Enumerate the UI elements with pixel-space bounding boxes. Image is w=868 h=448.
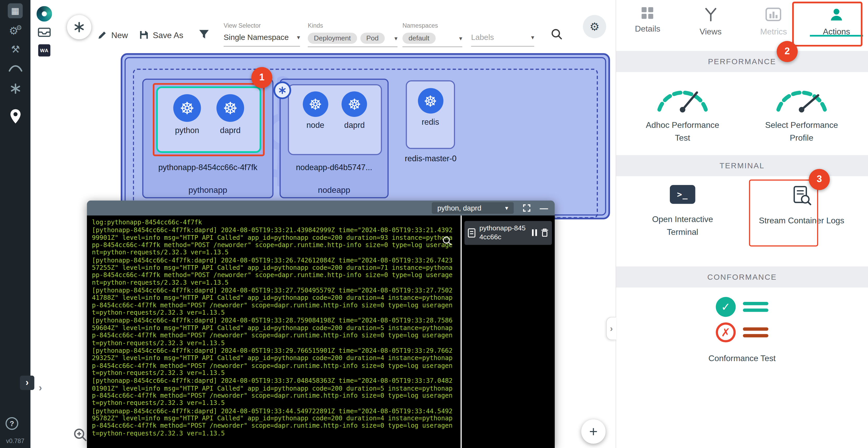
container-redis[interactable]: ☸ redis: [418, 88, 443, 148]
filter-button[interactable]: [198, 29, 210, 42]
save-as-label: Save As: [153, 30, 183, 40]
viewport: ▦ ⚙ ⚙ ⚒ › ? v0.787: [0, 0, 868, 448]
minimize-icon[interactable]: —: [540, 203, 548, 213]
kubernetes-icon: ☸: [174, 94, 201, 122]
asterisk-icon: [278, 86, 286, 94]
container-label: daprd: [220, 126, 241, 135]
rail-expand-button[interactable]: ›: [20, 376, 34, 390]
log-title: log:pythonapp-8454cc66c-4f7fk: [92, 219, 456, 226]
curve-icon: [8, 63, 23, 72]
panel-collapse-handle[interactable]: ›: [606, 317, 616, 340]
drawer-button[interactable]: [37, 27, 51, 40]
asterisk-icon: [10, 83, 21, 94]
deployment-nodeapp[interactable]: ☸ node ☸ daprd nodeapp-d64b5747... nodea…: [280, 79, 389, 198]
action-label: Stream Container Logs: [757, 214, 846, 227]
stream-container-logs-action[interactable]: Stream Container Logs: [749, 185, 854, 238]
pod-nodeapp[interactable]: ☸ node ☸ daprd: [288, 84, 382, 155]
container-selector-dropdown[interactable]: python, daprd ▾: [432, 202, 514, 214]
new-label: New: [111, 30, 128, 40]
annotation-badge-3: 3: [809, 169, 830, 190]
stream-logs-icon: [790, 185, 813, 206]
namespace-chip-default[interactable]: default: [402, 33, 435, 43]
tab-views[interactable]: Views: [679, 0, 742, 49]
add-button[interactable]: +: [581, 419, 606, 444]
settings-button[interactable]: ⚙: [583, 15, 606, 38]
log-line: [pythonapp-8454cc66c-4f7fk:daprd] 2024-0…: [92, 287, 456, 317]
log-line: [pythonapp-8454cc66c-4f7fk:daprd] 2024-0…: [92, 317, 456, 347]
select-performance-profile-action[interactable]: Select Performance Profile: [749, 82, 854, 144]
tab-metrics[interactable]: Metrics: [742, 0, 805, 49]
kind-chip-deployment[interactable]: Deployment: [308, 33, 357, 43]
dashboard-grid-icon[interactable]: ▦: [8, 3, 23, 18]
search-icon: [550, 28, 563, 41]
deployment-pythonapp[interactable]: ☸ python ☸ daprd pythonapp-8454cc66c-4f7…: [142, 79, 274, 198]
terminal-body: log:pythonapp-8454cc66c-4f7fk [pythonapp…: [87, 215, 555, 448]
gear-small-icon: ⚙: [16, 24, 22, 32]
left-nav-rail: ▦ ⚙ ⚙ ⚒ › ? v0.787: [0, 0, 31, 448]
container-daprd[interactable]: ☸ daprd: [342, 91, 367, 154]
container-daprd[interactable]: ☸ daprd: [216, 94, 244, 151]
meshery-logo[interactable]: [36, 6, 52, 21]
gear-icon: ⚙: [590, 20, 599, 33]
kinds-dropdown[interactable]: Deployment Pod ▾: [308, 33, 397, 47]
action-label: Adhoc Performance Test: [638, 118, 727, 144]
inbox-icon: [37, 27, 51, 37]
configuration-tools-icon[interactable]: ⚒: [9, 43, 22, 56]
pod-pythonapp[interactable]: ☸ python ☸ daprd: [156, 86, 261, 153]
pod-redis[interactable]: ☸ redis: [406, 80, 455, 149]
pod-name: redis-master-0: [386, 154, 475, 163]
details-grid-icon: [642, 7, 653, 19]
pause-icon[interactable]: [532, 229, 537, 236]
container-python[interactable]: ☸ python: [174, 94, 201, 151]
trash-icon[interactable]: [541, 228, 549, 237]
conformance-section-header: CONFORMANCE: [616, 266, 868, 288]
terminal-actions: >_ Open Interactive Terminal Stream Cont…: [616, 185, 868, 238]
log-session-row[interactable]: pythonapp-8454cc66c: [464, 221, 552, 244]
tab-label: Views: [700, 27, 721, 36]
tab-actions[interactable]: Actions: [805, 0, 868, 49]
chevron-down-icon: ▾: [395, 35, 398, 42]
performance-actions: Adhoc Performance Test Select Performanc…: [616, 82, 868, 144]
zoom-to-fit-button[interactable]: [72, 427, 88, 445]
log-line: [pythonapp-8454cc66c-4f7fk:daprd] 2024-0…: [92, 408, 456, 437]
open-interactive-terminal-action[interactable]: >_ Open Interactive Terminal: [630, 185, 735, 238]
container-node[interactable]: ☸ node: [303, 91, 328, 154]
canvas-menu-button[interactable]: [67, 15, 91, 39]
save-as-button[interactable]: Save As: [139, 30, 183, 40]
details-panel: Details Views Metrics: [616, 0, 868, 448]
kind-chip-pod[interactable]: Pod: [360, 33, 385, 43]
fullscreen-icon[interactable]: [523, 204, 531, 212]
pod-name: nodeapp-d64b5747...: [281, 163, 388, 172]
pass-lines-icon: [743, 302, 768, 312]
lifecycle-gears-icon[interactable]: ⚙ ⚙: [6, 23, 24, 37]
kubernetes-icon: ☸: [342, 91, 367, 117]
new-button[interactable]: New: [97, 30, 128, 40]
visualize-pin-icon[interactable]: [9, 109, 22, 124]
actions-person-icon: [829, 7, 844, 22]
log-search-icon[interactable]: [442, 235, 453, 249]
dapr-sidecar-icon[interactable]: [274, 81, 291, 99]
section-title: CONFORMANCE: [707, 273, 777, 281]
kanvas-swirl-icon[interactable]: [9, 82, 22, 95]
conformance-test-action[interactable]: ✓ ✗: [616, 297, 868, 342]
help-button[interactable]: ?: [5, 417, 18, 430]
kinds-label: Kinds: [308, 22, 397, 29]
session-name: pythonapp-8454cc66c: [479, 224, 528, 242]
adhoc-performance-test-action[interactable]: Adhoc Performance Test: [630, 82, 735, 144]
kubernetes-icon: ☸: [303, 91, 328, 117]
chevron-down-icon: ▾: [459, 35, 462, 42]
search-button[interactable]: [550, 28, 563, 43]
container-selector-value: python, daprd: [437, 204, 481, 212]
tab-details[interactable]: Details: [616, 0, 679, 49]
log-output[interactable]: log:pythonapp-8454cc66c-4f7fk [pythonapp…: [87, 215, 462, 448]
labels-dropdown[interactable]: Labels ▾: [471, 33, 534, 47]
location-pin-icon: [9, 109, 22, 124]
wasm-badge-icon[interactable]: WA: [38, 44, 50, 57]
terminal-window: python, daprd ▾ — log:pythonapp-8454cc66…: [87, 201, 555, 448]
view-selector-dropdown[interactable]: Single Namespace ▾: [224, 33, 300, 47]
pod-name: pythonapp-8454cc66c-4f7fk: [144, 163, 273, 172]
strip-expand-chevron[interactable]: ›: [39, 382, 42, 394]
deployment-label: pythonapp: [144, 185, 273, 195]
performance-curve-icon[interactable]: [8, 63, 23, 72]
namespaces-dropdown[interactable]: default ▾: [402, 33, 462, 47]
